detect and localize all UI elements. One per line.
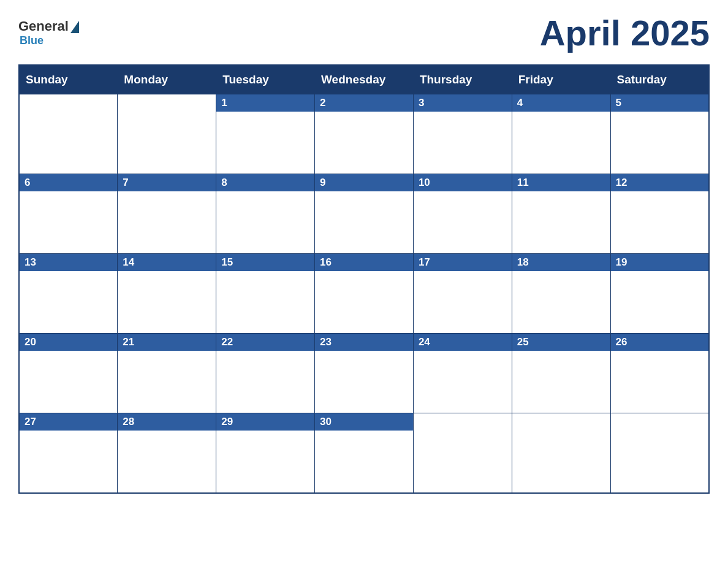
logo-general-text: General [18, 18, 69, 34]
calendar-cell-week4-day3[interactable]: 22 [216, 334, 315, 413]
calendar-cell-week5-day7[interactable] [610, 413, 709, 493]
day-number-week4-day5: 24 [414, 334, 512, 351]
day-number-week4-day2: 21 [118, 334, 216, 351]
calendar-cell-week4-day4[interactable]: 23 [315, 334, 414, 413]
day-number-week5-day1: 27 [20, 413, 117, 431]
day-number-week1-day6: 4 [512, 94, 610, 112]
calendar-cell-week3-day2[interactable]: 14 [118, 254, 216, 334]
day-number-week2-day3: 8 [216, 174, 314, 191]
calendar-cell-week2-day7[interactable]: 12 [610, 174, 709, 254]
calendar-cell-week4-day2[interactable]: 21 [118, 334, 216, 413]
col-header-saturday: Saturday [610, 65, 709, 94]
calendar-cell-week4-day5[interactable]: 24 [413, 334, 512, 413]
calendar-cell-week5-day5[interactable] [413, 413, 512, 493]
col-header-friday: Friday [512, 65, 610, 94]
day-number-week1-day1 [20, 94, 117, 99]
logo-blue-text: Blue [20, 34, 44, 47]
page-header: General Blue April 2025 [18, 12, 710, 53]
day-number-week5-day4: 30 [315, 413, 413, 431]
calendar-header-row: Sunday Monday Tuesday Wednesday Thursday… [19, 65, 709, 94]
calendar-cell-week1-day6[interactable]: 4 [512, 94, 610, 174]
day-number-week1-day5: 3 [414, 94, 512, 112]
calendar-cell-week3-day1[interactable]: 13 [19, 254, 118, 334]
day-number-week2-day5: 10 [414, 174, 512, 191]
calendar-cell-week5-day4[interactable]: 30 [315, 413, 414, 493]
calendar-cell-week3-day4[interactable]: 16 [315, 254, 414, 334]
calendar-cell-week1-day5[interactable]: 3 [413, 94, 512, 174]
calendar-cell-week1-day1[interactable] [19, 94, 118, 174]
logo-triangle-icon [70, 21, 79, 33]
day-number-week5-day6 [512, 413, 610, 418]
calendar-cell-week2-day3[interactable]: 8 [216, 174, 315, 254]
day-number-week1-day2 [118, 94, 216, 99]
day-number-week4-day3: 22 [216, 334, 314, 351]
day-number-week4-day7: 26 [611, 334, 708, 351]
day-number-week4-day4: 23 [315, 334, 413, 351]
day-number-week2-day4: 9 [315, 174, 413, 191]
col-header-wednesday: Wednesday [315, 65, 414, 94]
day-number-week1-day3: 1 [216, 94, 314, 112]
day-number-week1-day7: 5 [611, 94, 708, 112]
calendar-cell-week2-day1[interactable]: 6 [19, 174, 118, 254]
logo: General Blue [18, 18, 79, 47]
calendar-week-row-5: 27282930 [19, 413, 709, 493]
day-number-week3-day5: 17 [414, 254, 512, 271]
day-number-week3-day3: 15 [216, 254, 314, 271]
calendar-cell-week2-day2[interactable]: 7 [118, 174, 216, 254]
calendar-cell-week3-day3[interactable]: 15 [216, 254, 315, 334]
day-number-week3-day6: 18 [512, 254, 610, 271]
calendar-cell-week3-day7[interactable]: 19 [610, 254, 709, 334]
day-number-week4-day1: 20 [20, 334, 117, 351]
calendar-cell-week5-day2[interactable]: 28 [118, 413, 216, 493]
calendar-week-row-1: 12345 [19, 94, 709, 174]
day-number-week3-day7: 19 [611, 254, 708, 271]
day-number-week5-day7 [611, 413, 708, 418]
calendar-cell-week5-day3[interactable]: 29 [216, 413, 315, 493]
col-header-tuesday: Tuesday [216, 65, 315, 94]
col-header-monday: Monday [118, 65, 216, 94]
calendar-cell-week3-day5[interactable]: 17 [413, 254, 512, 334]
calendar-cell-week2-day6[interactable]: 11 [512, 174, 610, 254]
col-header-sunday: Sunday [19, 65, 118, 94]
calendar-table: Sunday Monday Tuesday Wednesday Thursday… [18, 64, 710, 494]
day-number-week3-day1: 13 [20, 254, 117, 271]
day-number-week2-day1: 6 [20, 174, 117, 191]
calendar-cell-week2-day4[interactable]: 9 [315, 174, 414, 254]
calendar-cell-week1-day7[interactable]: 5 [610, 94, 709, 174]
calendar-cell-week5-day1[interactable]: 27 [19, 413, 118, 493]
calendar-cell-week5-day6[interactable] [512, 413, 610, 493]
calendar-cell-week1-day4[interactable]: 2 [315, 94, 414, 174]
calendar-cell-week4-day7[interactable]: 26 [610, 334, 709, 413]
calendar-cell-week1-day2[interactable] [118, 94, 216, 174]
col-header-thursday: Thursday [413, 65, 512, 94]
day-number-week2-day6: 11 [512, 174, 610, 191]
calendar-week-row-4: 20212223242526 [19, 334, 709, 413]
month-title: April 2025 [540, 12, 710, 53]
calendar-week-row-2: 6789101112 [19, 174, 709, 254]
day-number-week2-day2: 7 [118, 174, 216, 191]
calendar-cell-week3-day6[interactable]: 18 [512, 254, 610, 334]
day-number-week5-day3: 29 [216, 413, 314, 431]
calendar-cell-week4-day1[interactable]: 20 [19, 334, 118, 413]
calendar-cell-week1-day3[interactable]: 1 [216, 94, 315, 174]
day-number-week5-day5 [414, 413, 512, 418]
day-number-week3-day4: 16 [315, 254, 413, 271]
calendar-cell-week4-day6[interactable]: 25 [512, 334, 610, 413]
day-number-week5-day2: 28 [118, 413, 216, 431]
calendar-cell-week2-day5[interactable]: 10 [413, 174, 512, 254]
day-number-week1-day4: 2 [315, 94, 413, 112]
day-number-week3-day2: 14 [118, 254, 216, 271]
calendar-week-row-3: 13141516171819 [19, 254, 709, 334]
day-number-week4-day6: 25 [512, 334, 610, 351]
day-number-week2-day7: 12 [611, 174, 708, 191]
